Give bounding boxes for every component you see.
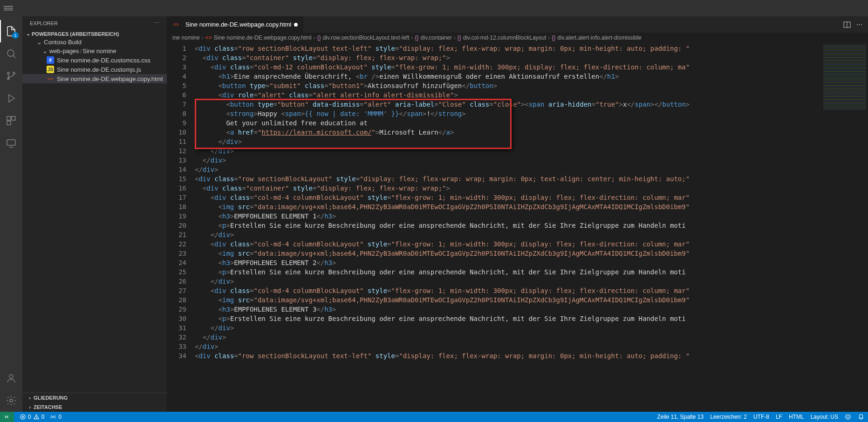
folder-label: Contoso Build xyxy=(44,39,82,46)
brackets-icon: {} xyxy=(552,34,555,41)
html-file-icon: <> xyxy=(47,75,54,82)
extensions-icon xyxy=(6,115,17,126)
svg-rect-9 xyxy=(7,140,15,145)
gear-icon xyxy=(6,395,17,406)
user-icon xyxy=(6,373,17,384)
svg-marker-5 xyxy=(9,95,14,102)
breadcrumb-segment[interactable]: Sine nomine.de-DE.webpage.copy.html xyxy=(214,34,312,41)
file-label: Sine nomine.de-DE.customjs.js xyxy=(57,66,141,73)
minimap[interactable] xyxy=(821,43,868,412)
svg-line-1 xyxy=(13,55,15,58)
status-spaces[interactable]: Leerzeichen: 2 xyxy=(710,414,747,420)
breadcrumb-segment[interactable]: div.alert.alert-info.alert-dismissible xyxy=(557,34,642,41)
remote-button[interactable] xyxy=(0,412,14,422)
status-line-col[interactable]: Zeile 11, Spalte 13 xyxy=(657,414,704,420)
svg-point-21 xyxy=(846,415,851,420)
svg-rect-6 xyxy=(7,116,11,120)
split-editor-icon[interactable] xyxy=(843,21,851,28)
breadcrumb-segment[interactable]: div.row.sectionBlockLayout.text-left xyxy=(323,34,410,41)
breadcrumb-segment[interactable]: ine nomine xyxy=(172,34,200,41)
workspace-label: POWERPAGES (ARBEITSBEREICH) xyxy=(32,31,119,37)
activity-accounts[interactable] xyxy=(0,367,22,389)
outline-section[interactable]: › GLIEDERUNG xyxy=(22,393,167,402)
title-bar xyxy=(0,0,868,16)
code-area[interactable]: <div class="row sectionBlockLayout text-… xyxy=(195,43,821,412)
tabs-actions: ⋯ xyxy=(838,16,868,33)
breadcrumb-segment[interactable]: div.col-md-12.columnBlockLayout xyxy=(463,34,547,41)
ports-count: 0 xyxy=(58,414,62,420)
warning-count: 0 xyxy=(41,414,45,420)
chevron-right-icon: › xyxy=(202,34,204,41)
warning-icon xyxy=(33,414,40,420)
file-html[interactable]: <> Sine nomine.de-DE.webpage.copy.html xyxy=(22,74,167,83)
js-file-icon: JS xyxy=(47,66,54,73)
tabs-bar: <> Sine nomine.de-DE.webpage.copy.html ⋯ xyxy=(167,16,868,33)
brackets-icon: {} xyxy=(317,34,321,41)
editor-body[interactable]: 1234567891011121314151617181920212223242… xyxy=(167,43,868,412)
sidebar-bottom: › GLIEDERUNG › ZEITACHSE xyxy=(22,393,167,412)
sidebar-header: EXPLORER ⋯ xyxy=(22,16,167,30)
svg-point-2 xyxy=(7,72,9,74)
activity-settings[interactable] xyxy=(0,389,22,412)
svg-point-20 xyxy=(53,416,55,418)
feedback-icon[interactable] xyxy=(845,414,851,420)
breadcrumb[interactable]: ine nomine › <> Sine nomine.de-DE.webpag… xyxy=(167,33,868,43)
activity-run[interactable] xyxy=(0,87,22,109)
breadcrumb-segment[interactable]: div.container xyxy=(421,34,452,41)
tab-active[interactable]: <> Sine nomine.de-DE.webpage.copy.html xyxy=(167,16,304,33)
more-icon[interactable]: ⋯ xyxy=(154,20,159,26)
folder-root[interactable]: ⌄ Contoso Build xyxy=(22,38,167,47)
line-number-gutter: 1234567891011121314151617181920212223242… xyxy=(167,43,195,412)
bell-icon[interactable] xyxy=(858,414,864,420)
chevron-right-icon: › xyxy=(454,34,456,41)
status-errors[interactable]: 0 0 xyxy=(20,414,44,420)
branch-icon xyxy=(6,70,17,82)
error-count: 0 xyxy=(28,414,31,420)
chevron-right-icon: › xyxy=(26,404,34,410)
activity-extensions[interactable] xyxy=(0,109,22,132)
svg-point-22 xyxy=(847,416,847,416)
file-label: Sine nomine.de-DE.webpage.copy.html xyxy=(57,75,163,82)
svg-point-11 xyxy=(9,374,13,378)
status-bar: 0 0 0 Zeile 11, Spalte 13 Leerzeichen: 2… xyxy=(0,412,868,422)
brackets-icon: {} xyxy=(458,34,461,41)
tab-label: Sine nomine.de-DE.webpage.copy.html xyxy=(185,21,291,28)
folder-label: web-pages xyxy=(49,48,79,54)
svg-rect-8 xyxy=(7,121,11,125)
chevron-right-icon: › xyxy=(314,34,315,41)
css-file-icon: # xyxy=(47,56,54,64)
file-label: Sine nomine.de-DE.customcss.css xyxy=(57,57,150,64)
file-js[interactable]: JS Sine nomine.de-DE.customjs.js xyxy=(22,65,167,74)
explorer-label: EXPLORER xyxy=(30,20,58,26)
activity-search[interactable] xyxy=(0,42,22,65)
broadcast-icon xyxy=(50,414,56,420)
status-eol[interactable]: LF xyxy=(776,414,782,420)
hamburger-menu-icon[interactable] xyxy=(4,4,13,13)
outline-label: GLIEDERUNG xyxy=(34,395,68,401)
workspace-section[interactable]: ⌄ POWERPAGES (ARBEITSBEREICH) xyxy=(22,30,167,38)
activity-remote[interactable] xyxy=(0,132,22,154)
svg-point-12 xyxy=(10,399,13,402)
activity-source-control[interactable] xyxy=(0,65,22,87)
timeline-section[interactable]: › ZEITACHSE xyxy=(22,402,167,412)
file-tree: ⌄ Contoso Build ⌄ web-pages / Sine nomin… xyxy=(22,38,167,393)
status-encoding[interactable]: UTF-8 xyxy=(753,414,769,420)
svg-point-0 xyxy=(7,50,14,56)
status-ports[interactable]: 0 xyxy=(50,414,62,420)
minimap-content xyxy=(823,45,866,110)
play-icon xyxy=(6,93,17,104)
brackets-icon: {} xyxy=(415,34,419,41)
file-css[interactable]: # Sine nomine.de-DE.customcss.css xyxy=(22,55,167,65)
error-icon xyxy=(20,414,26,420)
more-icon[interactable]: ⋯ xyxy=(856,21,862,28)
status-layout[interactable]: Layout: US xyxy=(811,414,838,420)
folder-webpages[interactable]: ⌄ web-pages / Sine nomine xyxy=(22,47,167,55)
dirty-indicator-icon xyxy=(294,23,298,27)
status-language[interactable]: HTML xyxy=(789,414,804,420)
activity-explorer[interactable]: 1 xyxy=(0,20,22,42)
chevron-down-icon: ⌄ xyxy=(24,31,32,37)
html-file-icon: <> xyxy=(205,34,212,41)
remote-icon xyxy=(6,137,17,149)
svg-point-19 xyxy=(36,418,36,418)
chevron-right-icon: › xyxy=(548,34,550,41)
